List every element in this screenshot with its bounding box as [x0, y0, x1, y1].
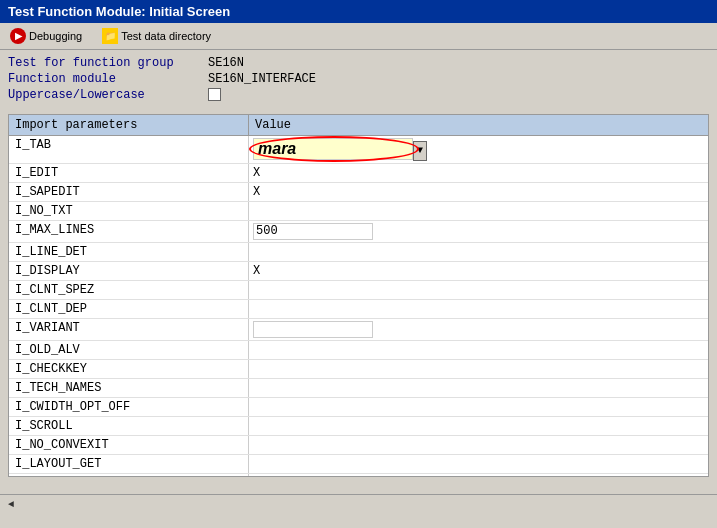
value-cell — [249, 360, 708, 378]
value-cell: ▼ — [249, 136, 708, 163]
table-row: I_ADD_FIELD — [9, 474, 708, 476]
test-for-label: Test for function group — [8, 56, 208, 70]
value-cell: X — [249, 262, 708, 280]
value-cell — [249, 474, 708, 476]
debugging-button[interactable]: ▶ Debugging — [6, 26, 86, 46]
test-data-label: Test data directory — [121, 30, 211, 42]
param-cell: I_OLD_ALV — [9, 341, 249, 359]
uppercase-label: Uppercase/Lowercase — [8, 88, 208, 102]
param-cell: I_TECH_NAMES — [9, 379, 249, 397]
value-cell — [249, 221, 708, 242]
debugging-label: Debugging — [29, 30, 82, 42]
table-row: I_CHECKKEY — [9, 360, 708, 379]
dir-icon: 📁 — [102, 28, 118, 44]
param-cell: I_CHECKKEY — [9, 360, 249, 378]
value-cell: X — [249, 164, 708, 182]
param-cell: I_LAYOUT_GET — [9, 455, 249, 473]
table-container: Import parameters Value I_TAB▼I_EDITXI_S… — [8, 114, 709, 477]
table-row: I_NO_TXT — [9, 202, 708, 221]
table-row: I_LINE_DET — [9, 243, 708, 262]
param-cell: I_CLNT_DEP — [9, 300, 249, 318]
value-input[interactable] — [253, 223, 373, 240]
debug-icon: ▶ — [10, 28, 26, 44]
bottom-bar: ◄ — [0, 494, 717, 514]
function-module-value: SE16N_INTERFACE — [208, 72, 316, 86]
value-cell — [249, 281, 708, 299]
value-cell — [249, 379, 708, 397]
table-body: I_TAB▼I_EDITXI_SAPEDITXI_NO_TXTI_MAX_LIN… — [9, 136, 708, 476]
function-module-label: Function module — [8, 72, 208, 86]
value-cell: X — [249, 183, 708, 201]
test-for-value: SE16N — [208, 56, 244, 70]
param-cell: I_SCROLL — [9, 417, 249, 435]
table-row: I_OLD_ALV — [9, 341, 708, 360]
param-cell: I_VARIANT — [9, 319, 249, 340]
table-row: I_NO_CONVEXIT — [9, 436, 708, 455]
i-tab-lookup-button[interactable]: ▼ — [413, 141, 427, 161]
value-cell — [249, 436, 708, 454]
param-cell: I_DISPLAY — [9, 262, 249, 280]
table-row: I_SCROLL — [9, 417, 708, 436]
value-cell — [249, 243, 708, 261]
table-row: I_MAX_LINES — [9, 221, 708, 243]
uppercase-checkbox[interactable] — [208, 88, 221, 101]
table-row: I_DISPLAYX — [9, 262, 708, 281]
test-data-directory-button[interactable]: 📁 Test data directory — [98, 26, 215, 46]
toolbar: ▶ Debugging 📁 Test data directory — [0, 23, 717, 50]
col-value-header: Value — [249, 115, 708, 135]
table-row: I_CLNT_DEP — [9, 300, 708, 319]
table-row: I_EDITX — [9, 164, 708, 183]
info-section: Test for function group SE16N Function m… — [0, 50, 717, 110]
param-cell: I_TAB — [9, 136, 249, 163]
param-cell: I_NO_TXT — [9, 202, 249, 220]
col-param-header: Import parameters — [9, 115, 249, 135]
table-row: I_CLNT_SPEZ — [9, 281, 708, 300]
value-cell — [249, 341, 708, 359]
param-cell: I_ADD_FIELD — [9, 474, 249, 476]
value-cell — [249, 417, 708, 435]
value-cell — [249, 319, 708, 340]
title-bar: Test Function Module: Initial Screen — [0, 0, 717, 23]
table-row: I_TECH_NAMES — [9, 379, 708, 398]
table-row: I_TAB▼ — [9, 136, 708, 164]
param-cell: I_CWIDTH_OPT_OFF — [9, 398, 249, 416]
title-text: Test Function Module: Initial Screen — [8, 4, 230, 19]
i-tab-input[interactable] — [253, 138, 413, 160]
param-cell: I_LINE_DET — [9, 243, 249, 261]
param-cell: I_NO_CONVEXIT — [9, 436, 249, 454]
table-row: I_CWIDTH_OPT_OFF — [9, 398, 708, 417]
table-row: I_LAYOUT_GET — [9, 455, 708, 474]
value-input[interactable] — [253, 321, 373, 338]
i-tab-value-wrapper: ▼ — [253, 138, 427, 161]
param-cell: I_CLNT_SPEZ — [9, 281, 249, 299]
table-row: I_VARIANT — [9, 319, 708, 341]
param-cell: I_SAPEDIT — [9, 183, 249, 201]
value-cell — [249, 398, 708, 416]
value-cell — [249, 455, 708, 473]
scroll-left-arrow[interactable]: ◄ — [8, 499, 14, 510]
value-cell — [249, 300, 708, 318]
table-header: Import parameters Value — [9, 115, 708, 136]
value-cell — [249, 202, 708, 220]
param-cell: I_EDIT — [9, 164, 249, 182]
param-cell: I_MAX_LINES — [9, 221, 249, 242]
table-row: I_SAPEDITX — [9, 183, 708, 202]
